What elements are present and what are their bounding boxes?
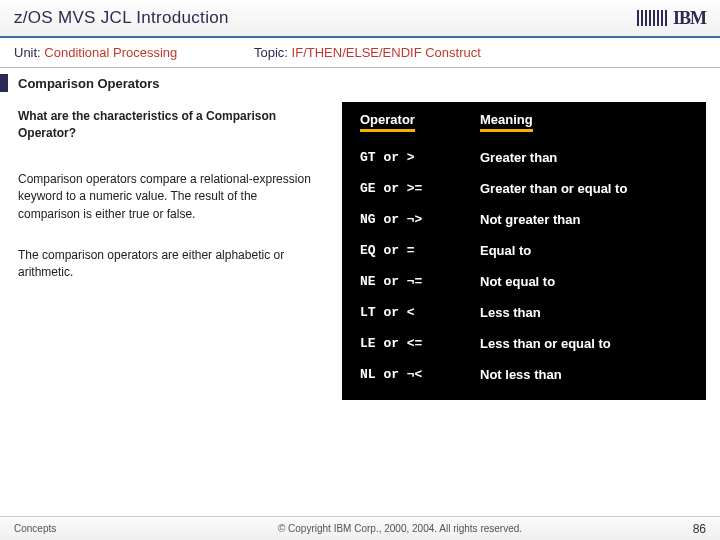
- section-heading-row: Comparison Operators: [0, 68, 720, 98]
- topic-label: Topic:: [254, 45, 288, 60]
- footer-copyright: © Copyright IBM Corp., 2000, 2004. All r…: [134, 523, 666, 534]
- section-heading: Comparison Operators: [18, 76, 160, 91]
- paragraph-2: The comparison operators are either alph…: [18, 247, 318, 282]
- operator-table: Operator Meaning GT or >Greater than GE …: [356, 108, 696, 390]
- paragraph-1: Comparison operators compare a relationa…: [18, 171, 318, 223]
- footer-page-number: 86: [666, 522, 706, 536]
- unit-label: Unit:: [14, 45, 41, 60]
- topic-block: Topic: IF/THEN/ELSE/ENDIF Construct: [254, 45, 481, 60]
- table-row: NG or ¬>Not greater than: [356, 204, 696, 235]
- table-row: NL or ¬<Not less than: [356, 359, 696, 390]
- operator-table-panel: Operator Meaning GT or >Greater than GE …: [342, 102, 706, 400]
- table-row: LE or <=Less than or equal to: [356, 328, 696, 359]
- topic-value: IF/THEN/ELSE/ENDIF Construct: [292, 45, 481, 60]
- table-row: GE or >=Greater than or equal to: [356, 173, 696, 204]
- table-header-meaning: Meaning: [476, 108, 696, 142]
- table-row: NE or ¬=Not equal to: [356, 266, 696, 297]
- question-text: What are the characteristics of a Compar…: [18, 108, 318, 143]
- slide-title: z/OS MVS JCL Introduction: [14, 8, 229, 28]
- unit-value: Conditional Processing: [44, 45, 177, 60]
- title-bar: z/OS MVS JCL Introduction IBM: [0, 0, 720, 38]
- content-area: What are the characteristics of a Compar…: [0, 98, 720, 400]
- operator-table-body: GT or >Greater than GE or >=Greater than…: [356, 142, 696, 390]
- unit-block: Unit: Conditional Processing: [14, 45, 254, 60]
- footer-left: Concepts: [14, 523, 134, 534]
- table-row: EQ or =Equal to: [356, 235, 696, 266]
- table-row: LT or <Less than: [356, 297, 696, 328]
- meta-bar: Unit: Conditional Processing Topic: IF/T…: [0, 38, 720, 68]
- left-column: What are the characteristics of a Compar…: [18, 102, 318, 400]
- footer-bar: Concepts © Copyright IBM Corp., 2000, 20…: [0, 516, 720, 540]
- logo-text: IBM: [673, 8, 706, 29]
- table-row: GT or >Greater than: [356, 142, 696, 173]
- ibm-logo: IBM: [637, 8, 706, 29]
- table-header-operator: Operator: [356, 108, 476, 142]
- section-marker-icon: [0, 74, 8, 92]
